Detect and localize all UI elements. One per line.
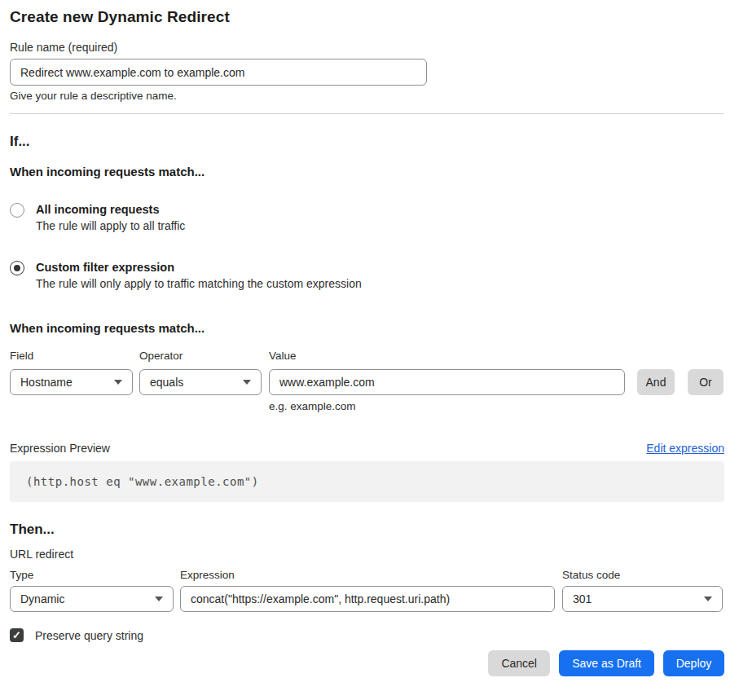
field-select-value: Hostname <box>20 376 73 389</box>
expression-preview-code: (http.host eq "www.example.com") <box>10 461 724 502</box>
preserve-query-label: Preserve query string <box>35 629 143 642</box>
checkbox-checked-icon[interactable]: ✓ <box>10 628 24 642</box>
chevron-down-icon <box>243 380 251 385</box>
create-redirect-form: Create new Dynamic Redirect Rule name (r… <box>0 0 739 687</box>
page-title: Create new Dynamic Redirect <box>10 8 724 26</box>
chevron-down-icon <box>155 597 163 601</box>
match-heading: When incoming requests match... <box>10 165 724 178</box>
and-button[interactable]: And <box>637 369 675 395</box>
field-select[interactable]: Hostname <box>10 369 133 395</box>
deploy-button[interactable]: Deploy <box>663 650 724 676</box>
operator-select[interactable]: equals <box>139 369 262 395</box>
radio-option-label: All incoming requests <box>36 203 185 216</box>
expression-label: Expression <box>180 569 555 583</box>
radio-selected-icon[interactable] <box>10 261 24 275</box>
save-as-draft-button[interactable]: Save as Draft <box>559 650 654 676</box>
status-code-label: Status code <box>562 569 723 583</box>
rule-name-help: Give your rule a descriptive name. <box>10 90 724 102</box>
rule-name-input[interactable] <box>10 59 427 86</box>
edit-expression-link[interactable]: Edit expression <box>646 442 724 455</box>
radio-option-description: The rule will only apply to traffic matc… <box>36 277 362 290</box>
preserve-query-checkbox-row[interactable]: ✓ Preserve query string <box>10 628 724 642</box>
field-label: Field <box>10 350 133 363</box>
rule-name-label: Rule name (required) <box>10 41 724 54</box>
filter-match-heading: When incoming requests match... <box>10 321 724 335</box>
radio-unselected-icon[interactable] <box>10 203 24 218</box>
type-label: Type <box>10 569 174 583</box>
operator-select-value: equals <box>150 376 183 389</box>
radio-option-description: The rule will apply to all traffic <box>36 219 185 232</box>
value-help: e.g. example.com <box>269 400 625 412</box>
expression-input[interactable] <box>180 586 555 612</box>
chevron-down-icon <box>114 380 122 385</box>
if-heading: If... <box>10 134 724 150</box>
status-code-select-value: 301 <box>573 592 592 605</box>
radio-option-label: Custom filter expression <box>36 261 362 274</box>
radio-option-all-requests[interactable]: All incoming requests The rule will appl… <box>10 203 724 232</box>
filter-builder-row: Field Hostname Operator equals Value e.g… <box>10 350 724 412</box>
chevron-down-icon <box>704 597 712 601</box>
redirect-config-row: Type Dynamic Expression Status code 301 <box>10 569 724 612</box>
then-heading: Then... <box>10 522 724 538</box>
type-select-value: Dynamic <box>20 592 64 605</box>
radio-option-custom-filter[interactable]: Custom filter expression The rule will o… <box>10 261 724 290</box>
value-label: Value <box>269 350 625 363</box>
type-select[interactable]: Dynamic <box>10 586 174 612</box>
operator-label: Operator <box>139 350 262 363</box>
or-button[interactable]: Or <box>688 369 724 395</box>
status-code-select[interactable]: 301 <box>562 586 723 612</box>
footer-actions: Cancel Save as Draft Deploy <box>10 650 724 676</box>
url-redirect-label: URL redirect <box>10 548 724 561</box>
section-divider <box>10 113 724 114</box>
cancel-button[interactable]: Cancel <box>488 650 550 676</box>
value-input[interactable] <box>269 369 625 395</box>
expression-preview-label: Expression Preview <box>10 442 110 455</box>
